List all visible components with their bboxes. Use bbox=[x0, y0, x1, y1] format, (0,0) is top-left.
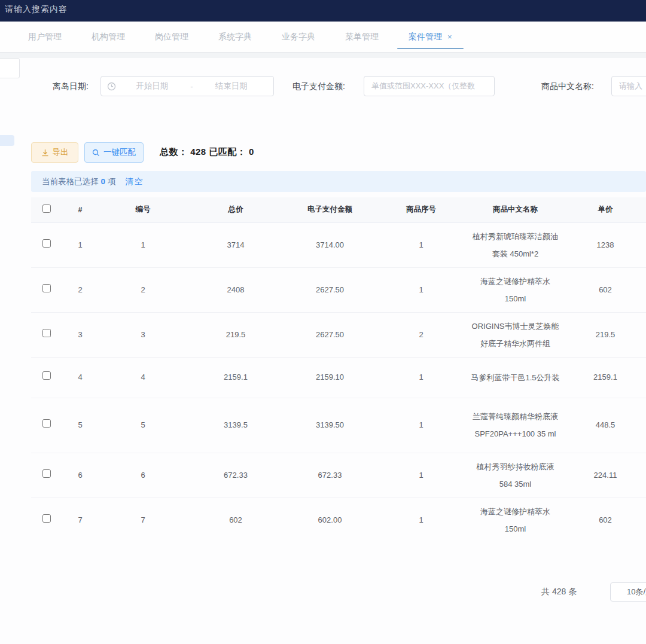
cell-unit: 602 bbox=[565, 498, 646, 541]
row-checkbox[interactable] bbox=[42, 329, 51, 337]
selection-bar: 当前表格已选择 0 项 清空 bbox=[31, 171, 646, 192]
cell-code: 5 bbox=[98, 398, 188, 453]
tab-label: 案件管理 bbox=[409, 32, 442, 42]
col-product-name: 商品中文名称 bbox=[466, 197, 565, 222]
col-epay-amount: 电子支付金额 bbox=[284, 197, 376, 222]
cell-idx: 4 bbox=[62, 357, 98, 398]
cell-epay: 3139.50 bbox=[284, 398, 376, 453]
cases-table: # 编号 总价 电子支付金额 商品序号 商品中文名称 单价 1137143714… bbox=[31, 197, 646, 541]
table-row: 2224082627.501海蓝之谜修护精萃水 150ml602 bbox=[31, 267, 646, 312]
tab-item[interactable]: 业务字典 bbox=[267, 22, 330, 53]
cell-unit: 224.11 bbox=[565, 453, 646, 498]
pagination-total: 共 428 条 bbox=[541, 587, 577, 597]
tab-item[interactable]: 系统字典 bbox=[203, 22, 267, 53]
col-unit-price: 单价 bbox=[565, 197, 646, 222]
cell-name: 海蓝之谜修护精萃水 150ml bbox=[466, 267, 565, 312]
date-range-separator: - bbox=[188, 82, 195, 91]
col-total-price: 总价 bbox=[188, 197, 284, 222]
product-name-label: 商品中文名称: bbox=[541, 81, 594, 92]
row-select-cell bbox=[31, 312, 62, 357]
search-icon bbox=[92, 149, 100, 157]
cell-total: 602 bbox=[188, 498, 284, 541]
cell-epay: 672.33 bbox=[284, 453, 376, 498]
tab-label: 岗位管理 bbox=[155, 32, 188, 42]
tab-label: 机构管理 bbox=[92, 32, 125, 42]
cell-total: 3714 bbox=[188, 222, 284, 267]
cell-unit: 448.5 bbox=[565, 398, 646, 453]
row-checkbox[interactable] bbox=[42, 239, 51, 248]
row-select-cell bbox=[31, 498, 62, 541]
table-row: 77602602.001海蓝之谜修护精萃水 150ml602 bbox=[31, 498, 646, 541]
epay-amount-input[interactable]: 单值或范围XXX-XXX（仅整数 bbox=[364, 76, 495, 96]
tab-item[interactable]: 案件管理× bbox=[394, 22, 467, 53]
cell-idx: 1 bbox=[62, 222, 98, 267]
cell-total: 3139.5 bbox=[188, 398, 284, 453]
top-navbar: 请输入搜索内容 bbox=[0, 0, 646, 22]
cell-seq: 1 bbox=[376, 222, 466, 267]
row-checkbox[interactable] bbox=[42, 284, 51, 292]
selection-suffix: 项 bbox=[108, 176, 116, 187]
tab-label: 菜单管理 bbox=[345, 32, 379, 42]
cell-total: 2159.1 bbox=[188, 357, 284, 398]
row-select-cell bbox=[31, 267, 62, 312]
tab-item[interactable]: 岗位管理 bbox=[140, 22, 203, 53]
tab-label: 用户管理 bbox=[28, 32, 62, 42]
tab-label: 系统字典 bbox=[218, 32, 252, 42]
tab-item[interactable]: 菜单管理 bbox=[330, 22, 394, 53]
row-select-cell bbox=[31, 357, 62, 398]
cell-code: 2 bbox=[98, 267, 188, 312]
cell-code: 1 bbox=[98, 222, 188, 267]
date-range-picker[interactable]: 开始日期 - 结束日期 bbox=[100, 76, 274, 96]
clock-icon bbox=[107, 82, 116, 91]
match-button-label: 一键匹配 bbox=[103, 147, 136, 158]
row-select-cell bbox=[31, 222, 62, 267]
cell-name: 植村秀新琥珀臻萃洁颜油套装 450ml*2 bbox=[466, 222, 565, 267]
cell-epay: 3714.00 bbox=[284, 222, 376, 267]
cell-seq: 1 bbox=[376, 357, 466, 398]
row-checkbox[interactable] bbox=[42, 419, 51, 428]
cell-name: 植村秀羽纱持妆粉底液 584 35ml bbox=[466, 453, 565, 498]
row-checkbox[interactable] bbox=[42, 469, 51, 478]
table-row: 553139.53139.501兰蔻菁纯臻颜精华粉底液SPF20PA+++100… bbox=[31, 398, 646, 453]
table-row: 33219.52627.502ORIGINS韦博士灵芝焕能好底子精华水两件组21… bbox=[31, 312, 646, 357]
tab-item[interactable]: 用户管理 bbox=[13, 22, 77, 53]
export-button[interactable]: 导出 bbox=[31, 142, 78, 163]
select-all-checkbox[interactable] bbox=[42, 205, 51, 213]
tab-label: 业务字典 bbox=[282, 32, 315, 42]
cell-name: 兰蔻菁纯臻颜精华粉底液SPF20PA+++100 35 ml bbox=[466, 398, 565, 453]
epay-amount-label: 电子支付金额: bbox=[292, 81, 345, 92]
clear-selection-link[interactable]: 清空 bbox=[126, 176, 144, 187]
end-date-input[interactable]: 结束日期 bbox=[196, 81, 267, 91]
start-date-input[interactable]: 开始日期 bbox=[116, 81, 188, 91]
cell-unit: 2159.1 bbox=[565, 357, 646, 398]
table-header-row: # 编号 总价 电子支付金额 商品序号 商品中文名称 单价 bbox=[31, 197, 646, 222]
product-name-input[interactable]: 请输入 bbox=[611, 76, 646, 96]
cell-epay: 2627.50 bbox=[284, 267, 376, 312]
row-checkbox[interactable] bbox=[42, 371, 51, 380]
cell-idx: 6 bbox=[62, 453, 98, 498]
col-index: # bbox=[62, 197, 98, 222]
depart-date-label: 离岛日期: bbox=[53, 81, 89, 92]
table-row: 1137143714.001植村秀新琥珀臻萃洁颜油套装 450ml*21238 bbox=[31, 222, 646, 267]
row-select-cell bbox=[31, 398, 62, 453]
cell-unit: 602 bbox=[565, 267, 646, 312]
cell-total: 2408 bbox=[188, 267, 284, 312]
cell-name: 海蓝之谜修护精萃水 150ml bbox=[466, 498, 565, 541]
cell-code: 7 bbox=[98, 498, 188, 541]
global-search-input[interactable]: 请输入搜索内容 bbox=[5, 4, 68, 15]
row-checkbox[interactable] bbox=[42, 514, 51, 523]
clipped-panel-fragment bbox=[0, 58, 20, 78]
one-click-match-button[interactable]: 一键匹配 bbox=[84, 142, 144, 163]
tab-bar: 用户管理机构管理岗位管理系统字典业务字典菜单管理案件管理× bbox=[0, 22, 646, 53]
tab-item[interactable]: 机构管理 bbox=[77, 22, 140, 53]
cell-seq: 1 bbox=[376, 453, 466, 498]
cell-code: 6 bbox=[98, 453, 188, 498]
cell-epay: 2159.10 bbox=[284, 357, 376, 398]
cell-name: ORIGINS韦博士灵芝焕能好底子精华水两件组 bbox=[466, 312, 565, 357]
clipped-button-fragment bbox=[0, 135, 14, 146]
cell-seq: 1 bbox=[376, 267, 466, 312]
cell-seq: 2 bbox=[376, 312, 466, 357]
cell-epay: 2627.50 bbox=[284, 312, 376, 357]
tab-close-icon[interactable]: × bbox=[447, 33, 452, 41]
page-size-select[interactable]: 10条/页 bbox=[610, 582, 646, 602]
